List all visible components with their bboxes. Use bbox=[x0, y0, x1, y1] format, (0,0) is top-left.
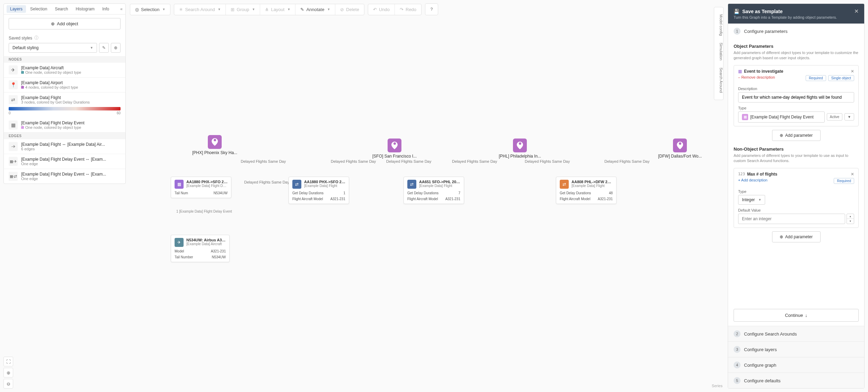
edge-icon: ··✈ bbox=[9, 142, 18, 151]
default-value-input[interactable] bbox=[738, 214, 845, 224]
rail-model-config[interactable]: Model config bbox=[714, 11, 723, 38]
info-icon[interactable]: ⓘ bbox=[34, 35, 38, 41]
add-object-button[interactable]: ⊕ Add object bbox=[9, 18, 121, 29]
nodes-header: NODES bbox=[4, 56, 125, 63]
tab-selection[interactable]: Selection bbox=[27, 5, 51, 13]
flight-card[interactable]: ⇄ AA808 PHL->DFW 2018-... [Example Data]… bbox=[556, 177, 617, 204]
delete-icon: ⊘ bbox=[340, 7, 344, 12]
plus-icon: ⊕ bbox=[51, 21, 55, 26]
selection-button[interactable]: ◎Selection▼ bbox=[130, 4, 170, 15]
graph-canvas[interactable]: [PHX] Phoenix Sky Ha... [SFO] San Franci… bbox=[130, 21, 723, 392]
zoom-in-button[interactable]: ⊕ bbox=[3, 368, 13, 377]
tab-layers[interactable]: Layers bbox=[7, 5, 26, 13]
integer-type-select[interactable]: Integer ▼ bbox=[738, 195, 765, 205]
tab-histogram[interactable]: Histogram bbox=[72, 5, 98, 13]
airport-pin-icon: 📍 bbox=[9, 80, 18, 89]
step-down-icon[interactable]: ▼ bbox=[847, 219, 854, 224]
airport-node-sfo[interactable]: [SFO] San Francisco I... bbox=[372, 139, 417, 159]
delete-button[interactable]: ⊘Delete bbox=[335, 4, 364, 15]
chevron-down-icon: ▼ bbox=[252, 8, 255, 11]
edge-label: Delayed Flights Same Day bbox=[525, 159, 570, 163]
zoom-out-button[interactable]: ⊖ bbox=[3, 379, 13, 389]
aircraft-icon: ✈ bbox=[175, 238, 184, 247]
close-icon[interactable]: ✕ bbox=[854, 8, 859, 15]
single-object-badge[interactable]: Single object bbox=[828, 75, 854, 81]
step-number: 3 bbox=[734, 346, 741, 353]
color-swatch bbox=[21, 126, 24, 129]
step-4[interactable]: 4 Configure graph bbox=[728, 357, 864, 373]
type-dropdown-button[interactable]: ▼ bbox=[844, 113, 854, 121]
airport-node-phx[interactable]: [PHX] Phoenix Sky Ha... bbox=[192, 135, 237, 155]
aircraft-icon: ✈ bbox=[9, 65, 18, 74]
edge-item[interactable]: ··✈ [Example Data] Flight ↔ [Example Dat… bbox=[4, 139, 125, 154]
annotate-button[interactable]: ✎Annotate▼ bbox=[295, 4, 335, 15]
aircraft-card[interactable]: ✈ N534UW: Airbus A321-231 [Example Data]… bbox=[171, 235, 230, 262]
add-style-button[interactable]: ⊕ bbox=[111, 43, 121, 53]
step-1[interactable]: 1 Configure parameters bbox=[728, 24, 864, 39]
edge-label: Delayed Flights Same Day bbox=[452, 159, 497, 163]
edit-style-button[interactable]: ✎ bbox=[99, 43, 109, 53]
flight-card[interactable]: ⇄ AA1880 PHX->SFO 2018-... [Example Data… bbox=[289, 177, 349, 204]
add-object-param-button[interactable]: ⊕ Add parameter bbox=[772, 130, 821, 141]
step-number: 4 bbox=[734, 362, 741, 368]
delay-event-card[interactable]: ▦ AA1880 PHX->SFO 2018-... [Example Data… bbox=[171, 177, 231, 198]
remove-description-link[interactable]: – Remove description bbox=[738, 75, 775, 79]
required-badge[interactable]: Required bbox=[834, 178, 854, 184]
layout-icon: ⋔ bbox=[265, 7, 269, 12]
continue-button[interactable]: Continue ↓ bbox=[734, 309, 859, 322]
flight-icon: ⇄ bbox=[9, 95, 18, 104]
number-stepper[interactable]: ▲ ▼ bbox=[847, 214, 854, 224]
node-type-flight[interactable]: ⇄ [Example Data] Flight 3 nodes, colored… bbox=[4, 92, 125, 105]
flight-card[interactable]: ⇄ AA651 SFO->PHL 2018-0... [Example Data… bbox=[404, 177, 464, 204]
fit-view-button[interactable]: ⛶ bbox=[3, 357, 13, 366]
group-button[interactable]: ⊞Group▼ bbox=[226, 4, 260, 15]
node-type-aircraft[interactable]: ✈ [Example Data] Aircraft One node, colo… bbox=[4, 63, 125, 78]
event-icon: ▦ bbox=[738, 69, 742, 74]
tab-search[interactable]: Search bbox=[51, 5, 71, 13]
layout-button[interactable]: ⋔Layout▼ bbox=[260, 4, 295, 15]
add-description-link[interactable]: + Add description bbox=[738, 178, 768, 182]
airport-node-dfw[interactable]: [DFW] Dallas/Fort Wo... bbox=[658, 139, 702, 159]
collapse-left-icon[interactable]: « bbox=[120, 7, 123, 11]
top-toolbar: ◎Selection▼ ✳Search Around▼ ⊞Group▼ ⋔Lay… bbox=[130, 3, 438, 15]
edge-label: Delayed Flights Same Day bbox=[604, 159, 649, 163]
node-type-delay-event[interactable]: ▦ [Example Data] Flight Delay Event One … bbox=[4, 118, 125, 133]
rail-search-around[interactable]: Search Around bbox=[714, 65, 723, 96]
edge-item[interactable]: ▦·⇄ [Example Data] Flight Delay Event ↔ … bbox=[4, 169, 125, 184]
remove-param-icon[interactable]: ✕ bbox=[851, 69, 854, 74]
add-object-label: Add object bbox=[57, 21, 78, 26]
saved-styles-label: Saved styles ⓘ bbox=[4, 33, 125, 43]
redo-button[interactable]: ↷Redo bbox=[395, 4, 421, 15]
save-template-panel: 💾Save as Template ✕ Turn this Graph into… bbox=[728, 3, 865, 389]
edge-icon: ▦·⇄ bbox=[9, 172, 18, 181]
type-select[interactable]: ▦ [Example Data] Flight Delay Event bbox=[738, 112, 825, 123]
chevron-down-icon: ▼ bbox=[758, 198, 761, 202]
style-select[interactable]: Default styling ▼ bbox=[9, 43, 97, 53]
add-non-object-param-button[interactable]: ⊕ Add parameter bbox=[772, 231, 821, 242]
redo-icon: ↷ bbox=[400, 7, 404, 12]
remove-param-icon[interactable]: ✕ bbox=[851, 172, 854, 177]
step-up-icon[interactable]: ▲ bbox=[847, 214, 854, 219]
step-5[interactable]: 5 Configure defaults bbox=[728, 373, 864, 388]
plus-icon: ⊕ bbox=[780, 234, 783, 239]
undo-button[interactable]: ↶Undo bbox=[368, 4, 395, 15]
series-label: Series bbox=[712, 384, 723, 388]
airport-node-phl[interactable]: [PHL] Philadelphia In... bbox=[499, 139, 541, 159]
step-3[interactable]: 3 Configure layers bbox=[728, 341, 864, 357]
description-input[interactable] bbox=[738, 92, 854, 103]
step-2[interactable]: 2 Configure Search Arounds bbox=[728, 326, 864, 341]
calendar-icon: ▦ bbox=[175, 180, 184, 189]
edge-item[interactable]: ▦·✈ [Example Data] Flight Delay Event ↔ … bbox=[4, 154, 125, 169]
search-around-button[interactable]: ✳Search Around▼ bbox=[174, 4, 226, 15]
rail-simulation[interactable]: Simulation bbox=[714, 40, 723, 63]
color-swatch bbox=[21, 86, 24, 89]
pin-icon bbox=[513, 139, 527, 152]
panel-header: 💾Save as Template ✕ Turn this Graph into… bbox=[728, 4, 864, 24]
non-obj-params-title: Non-Object Parameters bbox=[734, 146, 859, 152]
help-button[interactable]: ? bbox=[425, 3, 438, 15]
tab-info[interactable]: Info bbox=[99, 5, 113, 13]
node-type-airport[interactable]: 📍 [Example Data] Airport 4 nodes, colore… bbox=[4, 78, 125, 92]
number-icon: 123 bbox=[738, 172, 745, 176]
required-badge[interactable]: Required bbox=[806, 75, 826, 81]
step-number: 1 bbox=[734, 28, 741, 35]
